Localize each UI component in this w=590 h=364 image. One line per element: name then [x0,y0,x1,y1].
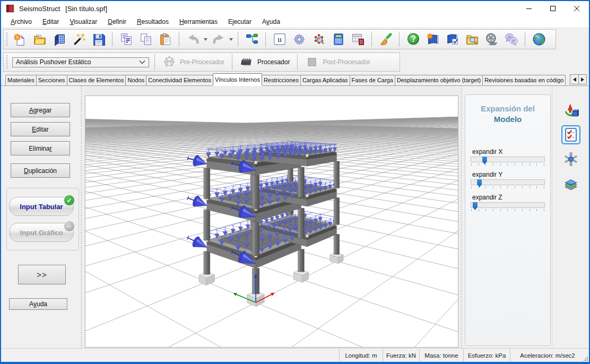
deformed-shape-viewer-button[interactable] [561,101,580,120]
analysis-type-select[interactable]: Análisis Pushover Estático [12,57,149,67]
duplicacin-button[interactable]: Duplicación [11,163,70,178]
units-button[interactable]: u [270,30,289,48]
save-project-button[interactable] [89,30,108,48]
separator [265,32,266,47]
agregar-button[interactable]: Agregar [11,103,70,117]
folder-search-icon [465,32,479,46]
slider-track[interactable] [471,202,545,208]
tab-scroll [570,74,587,84]
layers-button[interactable] [561,174,580,193]
tab-scroll-right-button[interactable] [578,75,586,84]
help-icon: ? [406,32,420,46]
brush-icon [379,32,393,46]
tab-v-nculos-internos[interactable]: Vínculos Internos [213,73,262,85]
website-button[interactable] [529,30,549,48]
eliminar-button[interactable]: Eliminar [11,141,70,155]
tab-secciones[interactable]: Secciones [36,75,67,85]
resize-grip[interactable] [585,349,589,362]
splitter-left[interactable] [80,86,84,348]
editar-button[interactable]: Editar [11,122,70,136]
input-grafico-button[interactable]: Input Gráfico ·· [9,223,74,242]
tab-fases-de-carga[interactable]: Fases de Carga [350,75,395,85]
redo-icon [212,32,225,46]
slider-group-expandir-y: expandir Y [471,171,545,189]
building-modeller-button[interactable] [49,30,69,48]
slider-track[interactable] [471,179,545,185]
analysis-type-value: Análisis Pushover Estático [16,58,139,66]
tab-clases-de-elementos[interactable]: Clases de Elementos [67,75,126,85]
film-icon [485,32,499,46]
sidebar: DuplicaciónEliminarEditarAgregar Input T… [1,86,80,348]
close-button[interactable] [565,1,589,16]
tab-desplazamiento-objetivo-target-[interactable]: Desplazamiento objetivo (target) [395,75,483,85]
undo-button[interactable] [183,30,203,48]
show-tables-button[interactable] [348,30,368,48]
checks-list-button[interactable] [561,125,580,144]
separator [154,54,155,70]
copy-button[interactable] [136,30,155,48]
search-docs-button[interactable] [462,30,482,48]
undo-dropdown-button[interactable] [203,31,209,48]
format-button[interactable] [376,30,395,48]
menu-ayuda[interactable]: Ayuda [257,17,285,27]
window-title-app: SeismoStruct [19,5,60,13]
forum-button[interactable] [501,30,521,48]
menu-herramientas[interactable]: Herramientas [174,17,223,27]
tab-conectividad-elementos[interactable]: Conectividad Elementos [146,75,213,85]
model-3d-view[interactable] [85,96,458,348]
tab-materiales[interactable]: Materiales [5,75,37,85]
paste-icon [159,32,172,46]
maximize-button[interactable] [541,1,565,16]
menu-editar[interactable]: Editar [37,17,64,27]
copy-model-button[interactable] [116,30,136,48]
analysis-toolbar: Análisis Pushover Estático Pre-Procesado… [3,53,400,72]
help-button[interactable]: ? [403,30,423,48]
video-tutorials-button[interactable] [482,30,501,48]
input-tabular-button[interactable]: Input Tabular ✓ [9,197,74,216]
toolbar-grip [5,55,9,69]
menu-definir[interactable]: Definir [102,17,132,27]
slider-track[interactable] [471,157,545,162]
slider-label: expandir Y [472,171,545,178]
new-project-button[interactable] [10,30,30,48]
tab-scroll-left-button[interactable] [570,75,578,84]
pre-procesador-button[interactable]: Pre-Procesador [156,53,231,71]
redo-dropdown-button[interactable] [228,31,234,48]
view-model-button[interactable] [309,30,328,48]
minimize-button[interactable] [517,1,541,16]
checklist-icon [563,127,579,143]
arrow-left-icon [573,77,576,82]
expand-panel-button[interactable]: >> [18,265,66,284]
menu-ejecutar[interactable]: Ejecutar [223,17,257,27]
settings-button[interactable] [289,30,309,48]
whats-new-button[interactable] [423,30,442,48]
verification-button[interactable] [442,30,462,48]
menu-resultados[interactable]: Resultados [132,17,174,27]
table-building-icon [351,32,365,46]
paste-button[interactable] [155,30,175,48]
slider-ticks [471,185,545,189]
tab-nodos[interactable]: Nodos [125,75,146,85]
separator [112,32,112,47]
tab-restricciones[interactable]: Restricciones [262,75,301,85]
selected-check-icon: ✓ [64,195,75,206]
redo-button[interactable] [209,30,228,48]
tab-cargas-aplicadas[interactable]: Cargas Aplicadas [300,75,350,85]
axes-3d-button[interactable] [561,150,580,169]
wizard-button[interactable] [69,30,89,48]
menu-archivo[interactable]: Archivo [5,17,37,27]
open-project-button[interactable] [30,30,49,48]
menu-visualizar[interactable]: Visualizar [64,17,102,27]
main-toolbar: u? [3,29,556,49]
status-esfuerzo: Esfuerzo: kPa [463,349,510,362]
tab-revisiones-basadas-en-c-digo[interactable]: Revisiones basadas en código [482,75,566,85]
wand-icon [72,32,86,46]
tab-bar: MaterialesSeccionesClases de ElementosNo… [1,73,589,86]
help-button[interactable]: Ayuda [9,298,67,310]
splitter-right[interactable] [459,86,464,348]
procesador-button[interactable]: Procesador [233,53,296,71]
calculator-button[interactable] [328,30,348,48]
units-icon: u [273,32,287,46]
post-procesador-button[interactable]: Post-Procesador [299,53,376,71]
project-settings-button[interactable] [242,30,262,48]
